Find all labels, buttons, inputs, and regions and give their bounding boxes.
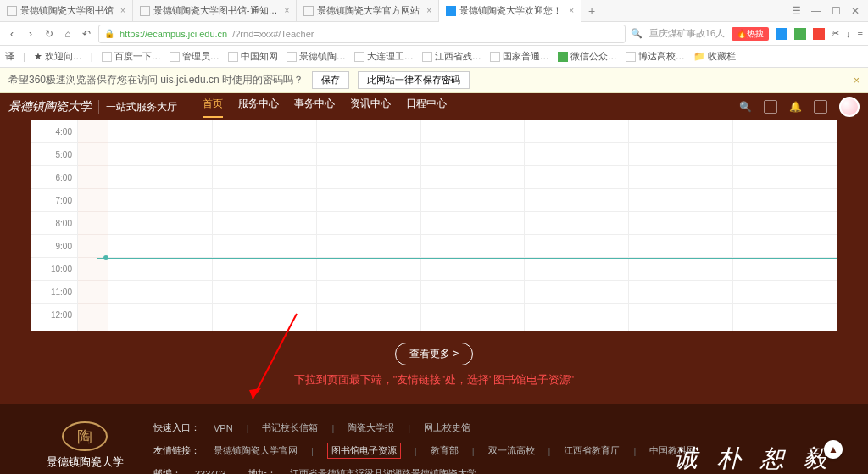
search-icon[interactable]: 🔍 — [631, 28, 643, 39]
time-label: 6:00 — [31, 166, 77, 189]
maximize-icon[interactable]: ☐ — [832, 5, 841, 17]
time-label: 8:00 — [31, 212, 77, 235]
page-icon — [303, 6, 314, 16]
phone-icon[interactable] — [814, 100, 827, 114]
friend-link[interactable]: 江西省教育厅 — [564, 444, 620, 457]
menu-icon[interactable]: ≡ — [858, 29, 863, 39]
search-hint: 重庆煤矿事故16人 — [649, 27, 725, 40]
close-icon[interactable]: × — [285, 6, 290, 15]
reload-icon[interactable]: ↻ — [42, 27, 56, 41]
restore-icon[interactable]: ↶ — [80, 27, 93, 41]
current-time-dot — [103, 255, 108, 260]
minimize-icon[interactable]: — — [811, 5, 821, 17]
tab-1[interactable]: 景德镇陶瓷大学图书馆-通知…× — [133, 0, 298, 22]
page-icon — [140, 6, 150, 16]
main-area: 4:00 5:00 6:00 7:00 8:00 9:00 10:00 11:0… — [0, 120, 868, 404]
page-icon — [7, 6, 17, 16]
hot-badge[interactable]: 🔥热搜 — [732, 27, 769, 41]
password-save-bar: 希望360极速浏览器保存您在访问 uis.jci.edu.cn 时使用的密码吗？… — [0, 68, 868, 93]
ext-icon-1[interactable] — [776, 28, 787, 40]
never-save-button[interactable]: 此网站一律不保存密码 — [358, 71, 470, 89]
school-motto: 诚 朴 恕 毅 — [674, 443, 834, 474]
tab-2[interactable]: 景德镇陶瓷大学官方网站× — [297, 0, 439, 22]
nav-affairs[interactable]: 事务中心 — [294, 97, 335, 118]
nav-home[interactable]: 首页 — [203, 97, 223, 118]
save-password-button[interactable]: 保存 — [312, 71, 349, 89]
instruction-text: 下拉到页面最下端，"友情链接"处，选择"图书馆电子资源" — [0, 372, 868, 388]
friend-link[interactable]: 教育部 — [431, 444, 459, 457]
avatar[interactable] — [839, 97, 860, 117]
close-icon[interactable]: × — [120, 6, 125, 15]
scissors-icon[interactable]: ✂ — [832, 28, 839, 39]
nav-schedule[interactable]: 日程中心 — [406, 97, 447, 118]
time-label: 11:00 — [31, 281, 77, 304]
download-icon[interactable]: ↓ — [846, 29, 851, 39]
bookmark-item[interactable]: 中国知网 — [228, 50, 278, 63]
url-path: /?rnd=xxx#/Teacher — [232, 29, 314, 39]
footer: 陶 景德镇陶瓷大学 JINGDEZHEN CERAMIC INSTITUTE 快… — [0, 404, 868, 474]
bookmark-item[interactable]: 微信公众… — [558, 50, 617, 63]
quick-link[interactable]: 陶瓷大学报 — [348, 421, 394, 434]
bookmark-item[interactable]: 博达高校… — [626, 50, 685, 63]
postcode-label: 邮编： — [153, 467, 181, 474]
home-icon[interactable]: ⌂ — [61, 27, 75, 41]
bookmark-bar: 译 | ★ 欢迎问… | 百度一下… 管理员… 中国知网 景德镇陶… 大连理工…… — [0, 46, 868, 68]
ext-icon-2[interactable] — [794, 28, 806, 40]
bookmark-item[interactable]: 百度一下… — [102, 50, 161, 63]
scroll-top-button[interactable]: ▲ — [824, 440, 843, 459]
bookmark-item[interactable]: 江西省残… — [422, 50, 481, 63]
links-label: 友情链接： — [153, 444, 200, 457]
forward-icon[interactable]: › — [24, 27, 37, 41]
url-host: https://ecampus.jci.edu.cn — [120, 29, 227, 39]
address-bar: ‹ › ↻ ⌂ ↶ 🔒 https://ecampus.jci.edu.cn/?… — [0, 22, 868, 46]
quick-link[interactable]: 网上校史馆 — [424, 421, 470, 434]
close-icon[interactable]: × — [426, 6, 431, 15]
quick-label: 快速入口： — [153, 421, 200, 434]
quick-link[interactable]: VPN — [214, 423, 233, 433]
time-label: 12:00 — [31, 304, 77, 326]
time-label: 9:00 — [31, 235, 77, 258]
calendar-grid[interactable]: 4:00 5:00 6:00 7:00 8:00 9:00 10:00 11:0… — [31, 120, 837, 331]
menu-icon[interactable]: ☰ — [792, 5, 801, 17]
current-time-line — [97, 258, 837, 259]
tab-0[interactable]: 景德镇陶瓷大学图书馆× — [0, 0, 133, 22]
site-subtitle: 一站式服务大厅 — [98, 100, 177, 114]
close-icon[interactable]: × — [854, 75, 860, 86]
footer-logo-icon: 陶 — [62, 421, 108, 451]
search-icon[interactable]: 🔍 — [739, 101, 752, 113]
favorites-folder[interactable]: ★ 欢迎问… — [34, 50, 82, 63]
close-window-icon[interactable]: ✕ — [851, 5, 860, 17]
translate-label: 译 — [5, 50, 14, 63]
close-icon[interactable]: × — [569, 6, 574, 15]
back-icon[interactable]: ‹ — [5, 27, 19, 41]
tab-title: 景德镇陶瓷大学图书馆-通知… — [153, 4, 278, 17]
nav-service[interactable]: 服务中心 — [238, 97, 279, 118]
browser-tabs: 景德镇陶瓷大学图书馆× 景德镇陶瓷大学图书馆-通知…× 景德镇陶瓷大学官方网站×… — [0, 0, 868, 22]
new-tab-button[interactable]: + — [581, 4, 602, 18]
tab-3[interactable]: 景德镇陶瓷大学欢迎您！× — [439, 0, 581, 22]
tab-title: 景德镇陶瓷大学图书馆 — [20, 4, 114, 17]
bell-icon[interactable]: 🔔 — [789, 101, 802, 113]
url-input[interactable]: 🔒 https://ecampus.jci.edu.cn/?rnd=xxx#/T… — [98, 25, 626, 43]
site-logo: 景德镇陶瓷大学 — [8, 99, 92, 114]
ext-icon-3[interactable] — [813, 28, 825, 40]
time-label: 10:00 — [31, 258, 77, 281]
bookmark-item[interactable]: 大连理工… — [354, 50, 414, 63]
lock-icon: 🔒 — [104, 29, 114, 38]
tab-title: 景德镇陶瓷大学官方网站 — [317, 4, 420, 17]
view-more-button[interactable]: 查看更多 > — [395, 343, 473, 365]
time-label: 4:00 — [31, 120, 77, 143]
time-label: 5:00 — [31, 143, 77, 166]
friend-link[interactable]: 双一流高校 — [488, 444, 535, 457]
page-icon — [446, 6, 456, 16]
friend-link[interactable]: 景德镇陶瓷大学官网 — [214, 444, 298, 457]
quick-link[interactable]: 书记校长信箱 — [262, 421, 318, 434]
bookmark-item[interactable]: 管理员… — [170, 50, 220, 63]
bookmark-item[interactable]: 国家普通… — [490, 50, 549, 63]
address: 江西省景德镇市浮梁县湘湖路景德镇陶瓷大学 — [290, 467, 476, 474]
friend-link-library[interactable]: 图书馆电子资源 — [327, 443, 401, 459]
bookmark-folder[interactable]: 📁 收藏栏 — [693, 50, 736, 63]
bookmark-item[interactable]: 景德镇陶… — [287, 50, 346, 63]
grid-icon[interactable] — [764, 100, 777, 114]
nav-news[interactable]: 资讯中心 — [350, 97, 391, 118]
